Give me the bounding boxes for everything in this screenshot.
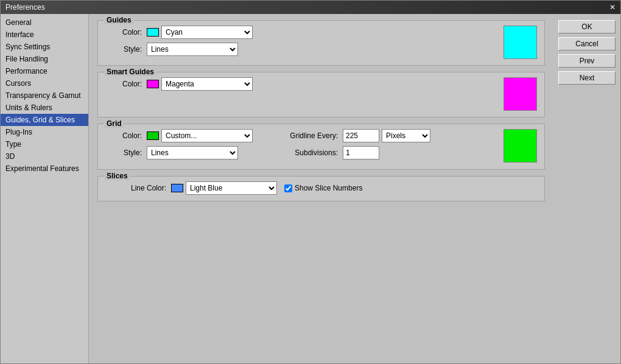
guides-color-select[interactable]: Cyan Light Blue Light Red Green Magenta … [161,26,253,39]
sidebar-item-transparency-gamut[interactable]: Transparency & Gamut [1,89,88,102]
sidebar-item-file-handling[interactable]: File Handling [1,53,88,65]
subdivisions-row: Subdivisions: [271,146,430,159]
smart-guides-color-select[interactable]: Magenta Cyan Light Blue Green Yellow Red… [161,77,253,91]
close-button[interactable]: ✕ [609,3,616,12]
sidebar-item-3d[interactable]: 3D [1,150,88,163]
grid-right-fields: Gridline Every: Pixels Inches Cm Mm Poin… [271,129,430,163]
cancel-button[interactable]: Cancel [558,37,616,51]
guides-style-label: Style: [105,45,142,54]
grid-section-title: Grid [104,119,124,128]
window-title: Preferences [5,3,45,12]
ok-button[interactable]: OK [558,20,616,33]
guides-style-row: Style: Lines Dashed Lines [105,43,491,56]
sidebar-item-guides-grid-slices[interactable]: Guides, Grid & Slices [1,114,88,126]
sidebar-item-type[interactable]: Type [1,138,88,150]
grid-section: Grid Color: Custom... Cyan [97,124,545,170]
grid-unit-select[interactable]: Pixels Inches Cm Mm Points Picas Percent [382,129,430,142]
sidebar: General Interface Sync Settings File Han… [1,14,89,363]
gridline-row: Gridline Every: Pixels Inches Cm Mm Poin… [271,129,430,142]
guides-color-label: Color: [105,28,142,37]
guides-section: Guides Color: Cyan Light Blue Light Red … [97,20,545,66]
grid-color-swatch [147,131,159,140]
smart-guides-section: Smart Guides Color: Magenta Cyan Light B… [97,72,545,117]
grid-color-label: Color: [105,131,142,140]
slices-section: Slices Line Color: Light Blue Cyan Magen… [97,176,545,201]
grid-color-select[interactable]: Custom... Cyan Light Blue Light Red Gree… [161,129,253,142]
slices-color-select[interactable]: Light Blue Cyan Magenta Green Yellow Red… [186,181,277,195]
content-area: General Interface Sync Settings File Han… [1,14,620,363]
smart-guides-color-label: Color: [105,80,142,88]
gridline-label: Gridline Every: [271,131,338,140]
grid-style-select[interactable]: Lines Dashed Lines Dots [147,146,238,159]
smart-guides-color-preview [503,77,537,111]
smart-guides-color-swatch [147,80,159,88]
right-panel: OK Cancel Prev Next [553,14,620,363]
guides-color-preview [503,26,537,59]
preferences-window: Preferences ✕ General Interface Sync Set… [0,0,621,364]
slices-section-title: Slices [104,172,130,180]
sidebar-item-experimental-features[interactable]: Experimental Features [1,163,88,175]
sidebar-item-performance[interactable]: Performance [1,65,88,77]
slices-row: Line Color: Light Blue Cyan Magenta Gree… [105,181,537,195]
guides-style-select[interactable]: Lines Dashed Lines [147,43,238,56]
grid-style-row: Style: Lines Dashed Lines Dots [105,146,253,159]
smart-guides-section-title: Smart Guides [104,68,156,76]
sidebar-item-plug-ins[interactable]: Plug-Ins [1,126,88,138]
sidebar-item-cursors[interactable]: Cursors [1,77,88,89]
slices-color-swatch [171,184,183,192]
slices-line-color-label: Line Color: [105,184,166,192]
subdivisions-input[interactable] [343,146,379,159]
sidebar-item-units-rulers[interactable]: Units & Rulers [1,102,88,114]
prev-button[interactable]: Prev [558,54,616,68]
show-slice-numbers-row: Show Slice Numbers [284,184,362,192]
grid-color-row: Color: Custom... Cyan Light Blue Light R… [105,129,253,142]
smart-guides-color-row: Color: Magenta Cyan Light Blue Green Yel… [105,77,491,91]
title-bar: Preferences ✕ [1,1,620,14]
show-slice-numbers-label: Show Slice Numbers [295,184,362,192]
sidebar-item-general[interactable]: General [1,16,88,29]
sidebar-item-interface[interactable]: Interface [1,29,88,41]
guides-section-title: Guides [104,16,134,24]
guides-color-swatch [147,28,159,37]
guides-color-row: Color: Cyan Light Blue Light Red Green M… [105,26,491,39]
next-button[interactable]: Next [558,71,616,85]
sidebar-item-sync-settings[interactable]: Sync Settings [1,41,88,53]
grid-left-fields: Color: Custom... Cyan Light Blue Light R… [105,129,253,163]
gridline-input[interactable] [343,129,379,142]
grid-style-label: Style: [105,149,142,157]
grid-color-preview [503,129,537,163]
main-area: Guides Color: Cyan Light Blue Light Red … [89,14,553,363]
show-slice-numbers-checkbox[interactable] [284,184,292,192]
subdivisions-label: Subdivisions: [271,149,338,157]
